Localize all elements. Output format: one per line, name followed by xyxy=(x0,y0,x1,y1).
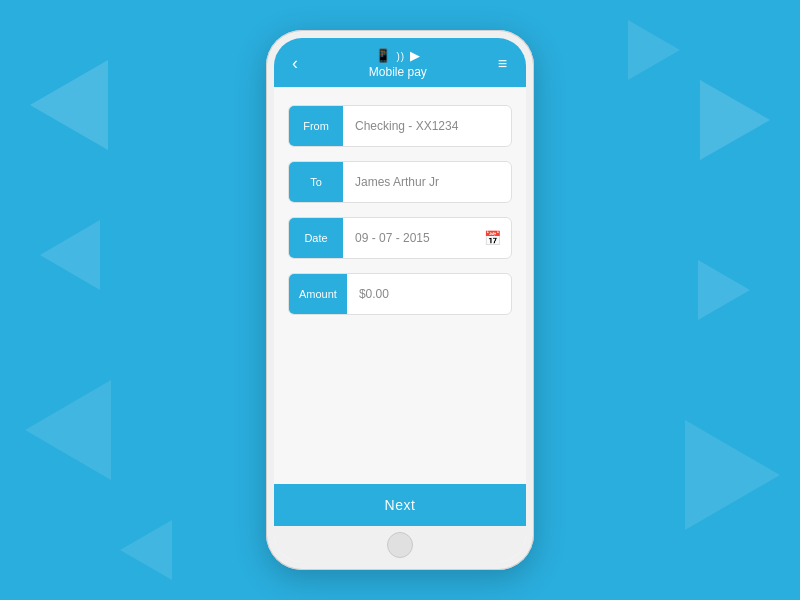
bg-triangle-left-bot xyxy=(25,380,111,480)
to-value: James Arthur Jr xyxy=(343,175,511,189)
date-value: 09 - 07 - 2015 xyxy=(343,231,474,245)
next-button[interactable]: Next xyxy=(274,484,526,526)
from-value: Checking - XX1234 xyxy=(343,119,511,133)
phone-home-area xyxy=(274,526,526,562)
amount-value: $0.00 xyxy=(347,287,511,301)
bg-triangle-bot-left2 xyxy=(120,520,172,580)
bg-triangle-right-top xyxy=(700,80,770,160)
bg-triangle-top-right2 xyxy=(628,20,680,80)
amount-field[interactable]: Amount $0.00 xyxy=(288,273,512,315)
back-button[interactable]: ‹ xyxy=(288,51,302,76)
from-field[interactable]: From Checking - XX1234 xyxy=(288,105,512,147)
date-field[interactable]: Date 09 - 07 - 2015 📅 xyxy=(288,217,512,259)
calendar-icon[interactable]: 📅 xyxy=(474,230,511,246)
home-button[interactable] xyxy=(387,532,413,558)
pay-icon-row: 📱 )) ▶ xyxy=(375,48,421,63)
phone-shell: ‹ 📱 )) ▶ Mobile pay ≡ From Checking - XX… xyxy=(266,30,534,570)
app-title: Mobile pay xyxy=(369,65,427,79)
amount-label: Amount xyxy=(289,274,347,314)
bg-triangle-left-mid xyxy=(40,220,100,290)
bg-triangle-right-mid xyxy=(698,260,750,320)
bottom-bar: Next xyxy=(274,484,526,526)
title-area: 📱 )) ▶ Mobile pay xyxy=(302,48,494,79)
date-label: Date xyxy=(289,218,343,258)
topbar: ‹ 📱 )) ▶ Mobile pay ≡ xyxy=(274,38,526,87)
to-label: To xyxy=(289,162,343,202)
form-content: From Checking - XX1234 To James Arthur J… xyxy=(274,87,526,484)
bg-triangle-right-bot xyxy=(685,420,780,530)
bg-triangle-left-top xyxy=(30,60,108,150)
menu-button[interactable]: ≡ xyxy=(494,53,512,75)
from-label: From xyxy=(289,106,343,146)
phone-screen: ‹ 📱 )) ▶ Mobile pay ≡ From Checking - XX… xyxy=(274,38,526,562)
to-field[interactable]: To James Arthur Jr xyxy=(288,161,512,203)
